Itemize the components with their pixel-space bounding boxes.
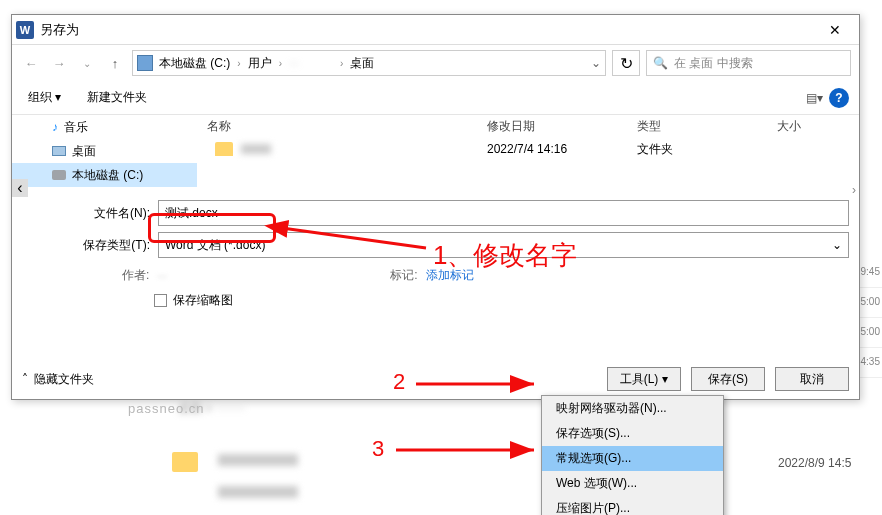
tools-menu: 映射网络驱动器(N)... 保存选项(S)... 常规选项(G)... Web …: [541, 395, 724, 515]
hide-folders-label: 隐藏文件夹: [34, 371, 94, 388]
new-folder-button[interactable]: 新建文件夹: [81, 85, 153, 110]
author-value-redacted: ···: [157, 269, 227, 283]
help-button[interactable]: ?: [829, 88, 849, 108]
drive-icon: [137, 55, 153, 71]
folder-icon: [215, 142, 233, 156]
save-button[interactable]: 保存(S): [691, 367, 765, 391]
tools-button[interactable]: 工具(L)▾: [607, 367, 681, 391]
window-title: 另存为: [40, 21, 79, 39]
crumb-item[interactable]: 桌面: [348, 55, 376, 72]
col-name[interactable]: 名称: [197, 118, 487, 135]
cancel-button[interactable]: 取消: [775, 367, 849, 391]
save-thumbnail-checkbox[interactable]: [154, 294, 167, 307]
nav-recent-button[interactable]: ⌄: [76, 52, 98, 74]
author-label: 作者:: [122, 267, 149, 284]
close-button[interactable]: ✕: [815, 16, 855, 44]
bottom-bar: ˄隐藏文件夹 工具(L)▾ 保存(S) 取消: [12, 359, 859, 399]
col-type[interactable]: 类型: [637, 118, 777, 135]
file-date: 2022/7/4 14:16: [487, 142, 637, 156]
music-icon: ♪: [52, 120, 58, 134]
nav-up-button[interactable]: ↑: [104, 52, 126, 74]
filename-label: 文件名(N):: [22, 205, 150, 222]
view-mode-button[interactable]: ▤▾: [806, 91, 823, 105]
tools-label: 工具(L): [620, 371, 659, 388]
search-icon: 🔍: [653, 56, 668, 70]
sidebar-item-label: 音乐: [64, 119, 88, 136]
sidebar-item-drive-c[interactable]: 本地磁盘 (C:): [12, 163, 197, 187]
toolbar: 组织 ▾ 新建文件夹 ▤▾ ?: [12, 81, 859, 115]
chevron-right-icon: ›: [234, 58, 243, 69]
meta-row: 作者: ··· 标记: 添加标记: [12, 261, 859, 286]
address-dropdown-icon[interactable]: ⌄: [591, 56, 601, 70]
bg-blur-name: [218, 454, 298, 466]
hide-folders-toggle[interactable]: ˄隐藏文件夹: [22, 371, 94, 388]
file-name-redacted: [241, 144, 271, 154]
chevron-right-icon: ›: [337, 58, 346, 69]
save-thumbnail-label: 保存缩略图: [173, 292, 233, 309]
col-date[interactable]: 修改日期: [487, 118, 637, 135]
organize-menu[interactable]: 组织 ▾: [22, 85, 67, 110]
nav-forward-button[interactable]: →: [48, 52, 70, 74]
sidebar-item-desktop[interactable]: 桌面: [12, 139, 197, 163]
file-list: 名称 修改日期 类型 大小 2022/7/4 14:16 文件夹 ›: [197, 115, 859, 197]
filename-input[interactable]: [158, 200, 849, 226]
add-tag-link[interactable]: 添加标记: [426, 267, 474, 284]
desktop-icon: [52, 146, 66, 156]
save-as-dialog: W 另存为 ✕ ← → ⌄ ↑ 本地磁盘 (C:) › 用户 › ··· › 桌…: [11, 14, 860, 400]
menu-item-compress-pictures[interactable]: 压缩图片(P)...: [542, 496, 723, 515]
word-app-icon: W: [16, 21, 34, 39]
drive-icon: [52, 170, 66, 180]
sidebar-item-label: 桌面: [72, 143, 96, 160]
content-panes: ♪音乐 桌面 本地磁盘 (C:) ‹ 名称 修改日期 类型 大小 2022/7/…: [12, 115, 859, 197]
nav-row: ← → ⌄ ↑ 本地磁盘 (C:) › 用户 › ··· › 桌面 ⌄ ↻ 🔍 …: [12, 45, 859, 81]
filename-row: 文件名(N):: [12, 197, 859, 229]
annotation-arrow-3: [392, 440, 542, 460]
filetype-select[interactable]: Word 文档 (*.docx)⌄: [158, 232, 849, 258]
bg-blur-name-2: [218, 486, 298, 498]
tag-label: 标记:: [390, 267, 417, 284]
sidebar-scroll-left[interactable]: ‹: [12, 179, 28, 197]
file-type: 文件夹: [637, 141, 777, 158]
bg-folder-icon: [172, 452, 198, 472]
menu-item-web-options[interactable]: Web 选项(W)...: [542, 471, 723, 496]
chevron-down-icon: ⌄: [832, 238, 842, 252]
watermark: passneo.cn: [128, 401, 205, 416]
search-input[interactable]: 🔍 在 桌面 中搜索: [646, 50, 851, 76]
search-placeholder: 在 桌面 中搜索: [674, 55, 753, 72]
crumb-item-redacted[interactable]: ···: [287, 56, 335, 70]
file-list-header: 名称 修改日期 类型 大小: [197, 115, 859, 137]
titlebar: W 另存为 ✕: [12, 15, 859, 45]
refresh-button[interactable]: ↻: [612, 50, 640, 76]
refresh-icon: ↻: [620, 54, 633, 73]
annotation-number-3: 3: [372, 436, 384, 462]
bg-date: 2022/8/9 14:5: [778, 456, 851, 470]
sidebar: ♪音乐 桌面 本地磁盘 (C:) ‹: [12, 115, 197, 197]
sidebar-item-music[interactable]: ♪音乐: [12, 115, 197, 139]
chevron-up-icon: ˄: [22, 372, 28, 386]
chevron-down-icon: ▾: [662, 372, 668, 386]
menu-item-map-drive[interactable]: 映射网络驱动器(N)...: [542, 396, 723, 421]
bg-timestamps: 9:45 5:00 5:00 4:35: [860, 258, 882, 378]
sidebar-item-label: 本地磁盘 (C:): [72, 167, 143, 184]
filetype-row: 保存类型(T): Word 文档 (*.docx)⌄: [12, 229, 859, 261]
menu-item-save-options[interactable]: 保存选项(S)...: [542, 421, 723, 446]
filelist-scroll-right[interactable]: ›: [852, 183, 856, 197]
address-bar[interactable]: 本地磁盘 (C:) › 用户 › ··· › 桌面 ⌄: [132, 50, 606, 76]
filetype-value: Word 文档 (*.docx): [165, 237, 265, 254]
crumb-item[interactable]: 本地磁盘 (C:): [157, 55, 232, 72]
thumbnail-row: 保存缩略图: [144, 286, 859, 315]
col-size[interactable]: 大小: [777, 118, 859, 135]
list-item[interactable]: 2022/7/4 14:16 文件夹: [197, 137, 859, 161]
crumb-item[interactable]: 用户: [246, 55, 274, 72]
nav-back-button[interactable]: ←: [20, 52, 42, 74]
chevron-right-icon: ›: [276, 58, 285, 69]
menu-item-general-options[interactable]: 常规选项(G)...: [542, 446, 723, 471]
filetype-label: 保存类型(T):: [22, 237, 150, 254]
